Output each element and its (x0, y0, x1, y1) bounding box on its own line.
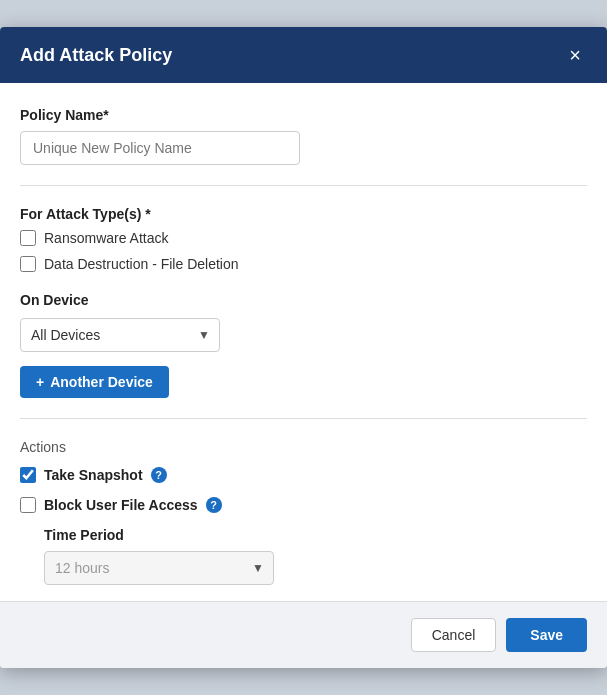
actions-label: Actions (20, 439, 587, 455)
take-snapshot-checkbox[interactable] (20, 467, 36, 483)
add-another-device-button[interactable]: + Another Device (20, 366, 169, 398)
policy-name-section: Policy Name* (20, 107, 587, 165)
modal-overlay: Add Attack Policy × Policy Name* For Att… (0, 0, 607, 695)
data-destruction-row: Data Destruction - File Deletion (20, 256, 587, 272)
close-button[interactable]: × (563, 43, 587, 67)
data-destruction-checkbox[interactable] (20, 256, 36, 272)
modal-title: Add Attack Policy (20, 45, 172, 66)
attack-types-checkboxes: Ransomware Attack Data Destruction - Fil… (20, 230, 587, 272)
take-snapshot-row: Take Snapshot ? (20, 467, 587, 483)
add-device-label: Another Device (50, 374, 153, 390)
time-select-wrapper: 12 hours 24 hours 48 hours ▼ (44, 551, 274, 585)
add-attack-policy-modal: Add Attack Policy × Policy Name* For Att… (0, 27, 607, 668)
ransomware-checkbox[interactable] (20, 230, 36, 246)
block-user-help-icon[interactable]: ? (206, 497, 222, 513)
data-destruction-label: Data Destruction - File Deletion (44, 256, 239, 272)
ransomware-label: Ransomware Attack (44, 230, 169, 246)
attack-types-section: For Attack Type(s) * Ransomware Attack D… (20, 206, 587, 272)
cancel-button[interactable]: Cancel (411, 618, 497, 652)
divider-1 (20, 185, 587, 186)
time-period-select[interactable]: 12 hours 24 hours 48 hours (44, 551, 274, 585)
block-user-checkbox[interactable] (20, 497, 36, 513)
save-button[interactable]: Save (506, 618, 587, 652)
attack-types-label: For Attack Type(s) * (20, 206, 587, 222)
divider-2 (20, 418, 587, 419)
block-user-label: Block User File Access (44, 497, 198, 513)
ransomware-row: Ransomware Attack (20, 230, 587, 246)
modal-body: Policy Name* For Attack Type(s) * Ransom… (0, 83, 607, 601)
plus-icon: + (36, 374, 44, 390)
policy-name-label: Policy Name* (20, 107, 587, 123)
on-device-label: On Device (20, 292, 587, 308)
on-device-section: On Device All Devices ▼ + Another Device (20, 292, 587, 398)
block-user-file-access-row: Block User File Access ? (20, 497, 587, 513)
modal-header: Add Attack Policy × (0, 27, 607, 83)
time-period-label: Time Period (44, 527, 587, 543)
take-snapshot-help-icon[interactable]: ? (151, 467, 167, 483)
device-select[interactable]: All Devices (20, 318, 220, 352)
modal-footer: Cancel Save (0, 601, 607, 668)
policy-name-input[interactable] (20, 131, 300, 165)
time-period-section: Time Period 12 hours 24 hours 48 hours ▼ (44, 527, 587, 585)
actions-section: Actions Take Snapshot ? Block User File … (20, 439, 587, 585)
take-snapshot-label: Take Snapshot (44, 467, 143, 483)
device-select-wrapper: All Devices ▼ (20, 318, 220, 352)
